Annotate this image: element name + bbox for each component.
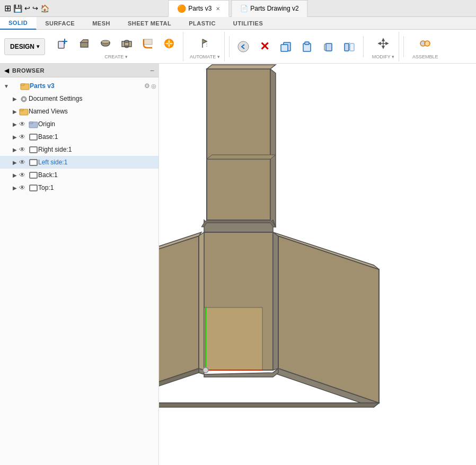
tree-label-base: Base:1 xyxy=(38,133,58,141)
tab-drawing-v2[interactable]: 📄 Parts Drawing v2 xyxy=(231,0,307,17)
svg-point-9 xyxy=(125,40,129,42)
tree-item-top[interactable]: ▶ 👁 Top:1 xyxy=(0,181,158,194)
tree-item-doc-settings[interactable]: ▶ Document Settings xyxy=(0,92,158,105)
tree-eye-left-side[interactable]: 👁 xyxy=(19,159,29,166)
stop-button[interactable]: ✕ xyxy=(255,37,274,56)
create-section: CREATE ▾ xyxy=(49,32,183,62)
revolve-button[interactable] xyxy=(96,34,115,53)
tree-item-origin[interactable]: ▶ 👁 Origin xyxy=(0,118,158,130)
tree-item-left-side[interactable]: ▶ 👁 Left side:1 xyxy=(0,156,158,169)
tree-chevron-back: ▶ xyxy=(11,171,19,179)
svg-point-30 xyxy=(23,98,25,100)
title-bar-left: ⊞ 💾 ↩ ↪ 🏠 xyxy=(0,3,54,13)
tree-item-back[interactable]: ▶ 👁 Back:1 xyxy=(0,169,158,181)
svg-point-16 xyxy=(238,41,249,52)
create-chevron-icon: ▾ xyxy=(125,54,128,59)
body-icon-right-side xyxy=(29,145,38,154)
special-button[interactable] xyxy=(160,34,179,53)
paste-button[interactable] xyxy=(297,37,316,56)
home-icon[interactable]: 🏠 xyxy=(40,4,49,13)
tab-mesh[interactable]: MESH xyxy=(84,17,119,30)
tree-eye-right-side[interactable]: 👁 xyxy=(19,146,29,153)
browser-collapse-icon[interactable]: ◀ xyxy=(4,67,9,74)
automate-chevron-icon: ▾ xyxy=(217,54,220,59)
svg-rect-39 xyxy=(30,185,37,191)
svg-rect-0 xyxy=(58,41,64,48)
tab-utilities[interactable]: UTILITIES xyxy=(225,17,272,30)
folder-icon-named-views xyxy=(19,107,29,116)
tree-chevron-base: ▶ xyxy=(11,133,19,141)
modify-icons xyxy=(374,34,393,53)
tree-eye-base[interactable]: 👁 xyxy=(19,133,29,141)
tree-chevron-named-views: ▶ xyxy=(11,107,19,116)
undo-icon[interactable]: ↩ xyxy=(24,4,30,12)
rotate-button[interactable] xyxy=(319,37,338,56)
new-component-button[interactable] xyxy=(54,34,73,53)
svg-rect-40 xyxy=(207,69,270,228)
design-button[interactable]: DESIGN ▾ xyxy=(4,38,45,55)
design-chevron-icon: ▾ xyxy=(37,43,39,49)
app-grid-icon[interactable]: ⊞ xyxy=(4,3,11,13)
title-bar: ⊞ 💾 ↩ ↪ 🏠 🟠 Parts v3 ✕ 📄 Parts Drawing v… xyxy=(0,0,476,17)
folder-icon-origin xyxy=(29,120,38,128)
redo-icon[interactable]: ↪ xyxy=(32,4,38,12)
tree-settings-icon[interactable]: ⚙ xyxy=(144,82,150,90)
svg-rect-32 xyxy=(20,109,23,111)
svg-rect-35 xyxy=(30,134,37,140)
svg-rect-20 xyxy=(305,42,309,45)
tab-plastic[interactable]: PLASTIC xyxy=(180,17,225,30)
back-button[interactable] xyxy=(234,37,253,56)
canvas-area[interactable] xyxy=(159,64,476,465)
tree-chevron-left-side: ▶ xyxy=(11,158,19,166)
tab-parts-close[interactable]: ✕ xyxy=(216,6,220,12)
browser-panel: ◀ BROWSER − ▼ Parts v3 ⚙ ◎ xyxy=(0,64,159,465)
svg-rect-37 xyxy=(30,160,37,165)
tree-eye-back[interactable]: 👁 xyxy=(19,171,29,179)
create-label: CREATE ▾ xyxy=(104,54,127,59)
fillet-button[interactable] xyxy=(138,34,157,53)
move-button[interactable] xyxy=(374,34,393,53)
mirror-button[interactable] xyxy=(340,37,359,56)
tree-label-right-side: Right side:1 xyxy=(38,146,72,153)
svg-point-10 xyxy=(125,46,129,48)
svg-point-7 xyxy=(101,40,110,43)
hole-button[interactable] xyxy=(117,34,136,53)
extrude-button[interactable] xyxy=(75,34,94,53)
svg-marker-5 xyxy=(81,40,88,42)
svg-point-65 xyxy=(203,367,208,373)
body-icon-base xyxy=(29,133,38,141)
file-icon[interactable]: 💾 xyxy=(13,4,22,13)
tree-eye-origin[interactable]: 👁 xyxy=(19,120,29,128)
tree-eye-top[interactable]: 👁 xyxy=(19,184,29,191)
tab-sheet-metal[interactable]: SHEET METAL xyxy=(119,17,180,30)
automate-icons xyxy=(195,34,214,53)
assemble-icons xyxy=(416,34,435,53)
svg-marker-50 xyxy=(199,232,204,370)
browser-minus-icon[interactable]: − xyxy=(150,66,154,75)
tab-solid[interactable]: SOLID xyxy=(0,17,37,30)
svg-rect-38 xyxy=(30,172,37,178)
automate-label: AUTOMATE ▾ xyxy=(190,54,220,59)
svg-rect-21 xyxy=(326,43,332,51)
tree-item-named-views[interactable]: ▶ Named Views xyxy=(0,105,158,118)
assemble-button[interactable] xyxy=(416,34,435,53)
tree-label-top: Top:1 xyxy=(38,184,54,191)
3d-viewport xyxy=(159,64,476,465)
tab-surface[interactable]: SURFACE xyxy=(37,17,84,30)
svg-rect-23 xyxy=(350,43,354,51)
create-icons xyxy=(54,34,179,53)
tab-parts-v3[interactable]: 🟠 Parts v3 ✕ xyxy=(168,0,229,17)
tab-parts-label: Parts v3 xyxy=(188,5,211,12)
automate-button[interactable] xyxy=(195,34,214,53)
tree-chevron-right-side: ▶ xyxy=(11,145,19,154)
svg-rect-36 xyxy=(30,147,37,153)
tree-broadcast-icon[interactable]: ◎ xyxy=(151,83,156,90)
tree-item-right-side[interactable]: ▶ 👁 Right side:1 xyxy=(0,143,158,156)
body-icon-left-side xyxy=(29,158,38,166)
tree-item-base[interactable]: ▶ 👁 Base:1 xyxy=(0,130,158,143)
tree-chevron-doc-settings: ▶ xyxy=(11,94,19,103)
copy-button[interactable] xyxy=(276,37,295,56)
tree-item-root[interactable]: ▼ Parts v3 ⚙ ◎ xyxy=(0,80,158,92)
design-label: DESIGN xyxy=(10,43,34,50)
toolbar-separator-3 xyxy=(403,36,404,57)
